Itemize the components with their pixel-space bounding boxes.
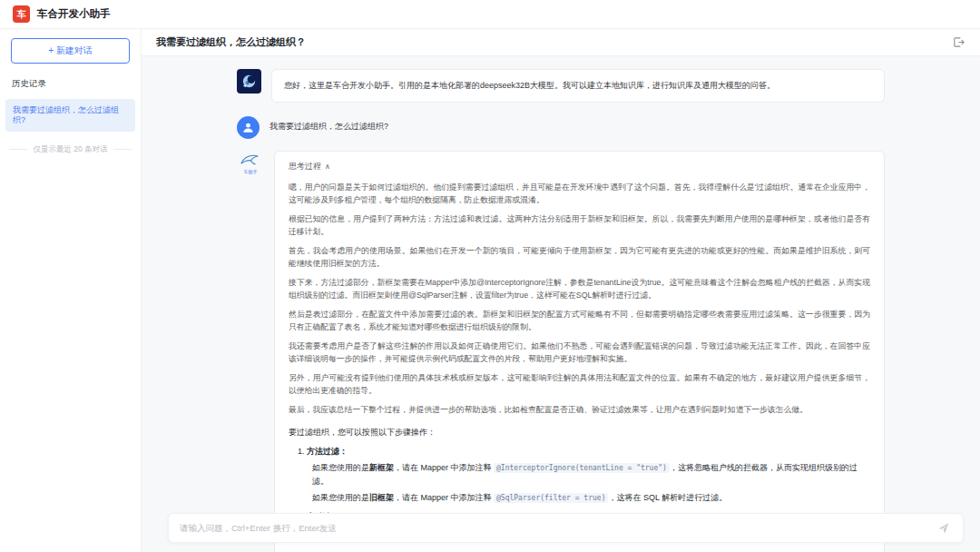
user-avatar — [237, 116, 260, 139]
chat-input[interactable] — [180, 523, 936, 533]
thinking-paragraph: 最后，我应该总结一下整个过程，并提供进一步的帮助选项，比如检查配置是否正确、验证… — [289, 403, 870, 416]
thinking-paragraph: 根据已知的信息，用户提到了两种方法：方法过滤和表过滤。这两种方法分别适用于新框架… — [289, 212, 870, 238]
message-input-bar — [168, 513, 964, 543]
assistant-answer-row: 车助手 思考过程∧ 嗯，用户的问题是关于如何过滤组织的。他们提到需要过滤组织，并… — [237, 151, 885, 552]
thinking-toggle[interactable]: 思考过程∧ — [289, 161, 870, 172]
chat-area: 您好，这里是车合开发小助手。引用的是本地化部署的deepseek32B大模型。我… — [142, 56, 980, 552]
new-chat-button[interactable]: + 新建对话 — [11, 38, 130, 64]
text: ，这将在 SQL 解析时进行过滤。 — [608, 493, 727, 502]
thinking-paragraph: 嗯，用户的问题是关于如何过滤组织的。他们提到需要过滤组织，并且可能是在开发环境中… — [289, 181, 870, 206]
assistant-greeting-row: 您好，这里是车合开发小助手。引用的是本地化部署的deepseek32B大模型。我… — [237, 69, 885, 103]
app-logo-icon: 车 — [13, 5, 30, 23]
conversation-title-bar: 我需要过滤组织，怎么过滤组织？ — [142, 29, 980, 56]
inline-code: @SqlParser(filter = true) — [494, 493, 608, 503]
inline-code: @InterceptorIgnore(tenantLine = "true") — [494, 463, 670, 473]
thinking-paragraph: 首先，我会考虑用户的使用场景。如果他们在开发一个新的项目，可能更倾向于使用新框架… — [289, 244, 870, 270]
thinking-toggle-label: 思考过程 — [289, 162, 321, 171]
user-question-text: 我需要过滤组织，怎么过滤组织? — [270, 114, 388, 133]
sidebar: + 新建对话 历史记录 我需要过滤组织，怎么过滤组织? 仅显示最近 20 条对话 — [0, 29, 142, 552]
send-icon[interactable] — [936, 520, 952, 537]
step-1-title: 1. 方法过滤： — [289, 445, 870, 458]
top-header: 车 车合开发小助手 — [0, 0, 980, 29]
history-limit-text: 仅显示最近 20 条对话 — [33, 144, 107, 155]
history-label: 历史记录 — [0, 74, 141, 99]
app-window: 车 车合开发小助手 + 新建对话 历史记录 我需要过滤组织，怎么过滤组织? 仅显… — [0, 0, 980, 552]
page-title: 我需要过滤组织，怎么过滤组织？ — [156, 35, 951, 49]
step-1-line-2: 如果您使用的是旧框架，请在 Mapper 中添加注释 @SqlParser(fi… — [289, 491, 870, 505]
step-1-line-1: 如果您使用的是新框架，请在 Mapper 中添加注释 @InterceptorI… — [289, 461, 870, 488]
text: ，请在 Mapper 中添加注释 — [394, 463, 494, 472]
thinking-paragraph: 我还需要考虑用户是否了解这些注解的作用以及如何正确使用它们。如果他们不熟悉，可能… — [289, 340, 870, 365]
new-framework-label: 新框架 — [369, 463, 394, 472]
assistant-answer-card: 思考过程∧ 嗯，用户的问题是关于如何过滤组织的。他们提到需要过滤组织，并且可能是… — [274, 151, 885, 552]
assistant-bird-avatar: 车助手 — [237, 153, 264, 174]
sidebar-item-conversation[interactable]: 我需要过滤组织，怎么过滤组织? — [5, 99, 135, 132]
old-framework-label: 旧框架 — [369, 493, 394, 502]
step-1-label: 方法过滤： — [307, 447, 348, 456]
text: 如果您使用的是 — [312, 493, 369, 502]
chevron-up-icon: ∧ — [325, 163, 330, 171]
thinking-paragraph: 然后是表过滤部分，在配置文件中添加需要过滤的表。新框架和旧框架的配置方式可能略有… — [289, 308, 870, 333]
assistant-avatar-caption: 车助手 — [244, 169, 258, 174]
text: ，请在 Mapper 中添加注释 — [394, 493, 494, 502]
thinking-paragraph: 接下来，方法过滤部分，新框架需要在Mapper中添加@InterceptorIg… — [289, 276, 870, 301]
user-question-row: 我需要过滤组织，怎么过滤组织? — [237, 114, 885, 139]
thinking-content: 嗯，用户的问题是关于如何过滤组织的。他们提到需要过滤组织，并且可能是在开发环境中… — [289, 181, 870, 416]
step-1-marker: 1. — [298, 447, 305, 456]
history-limit-note: 仅显示最近 20 条对话 — [9, 144, 132, 155]
app-title: 车合开发小助手 — [37, 7, 111, 21]
deepseek-whale-icon — [237, 69, 261, 94]
answer-intro: 要过滤组织，您可以按照以下步骤操作： — [289, 426, 870, 439]
export-icon[interactable] — [951, 35, 965, 50]
message-list: 您好，这里是车合开发小助手。引用的是本地化部署的deepseek32B大模型。我… — [237, 69, 885, 552]
assistant-greeting-bubble: 您好，这里是车合开发小助手。引用的是本地化部署的deepseek32B大模型。我… — [271, 69, 885, 103]
text: 如果您使用的是 — [312, 463, 369, 472]
thinking-paragraph: 另外，用户可能没有提到他们使用的具体技术栈或框架版本，这可能影响到注解的具体用法… — [289, 371, 870, 397]
bird-icon — [240, 153, 261, 168]
main-panel: 我需要过滤组织，怎么过滤组织？ — [142, 29, 980, 552]
